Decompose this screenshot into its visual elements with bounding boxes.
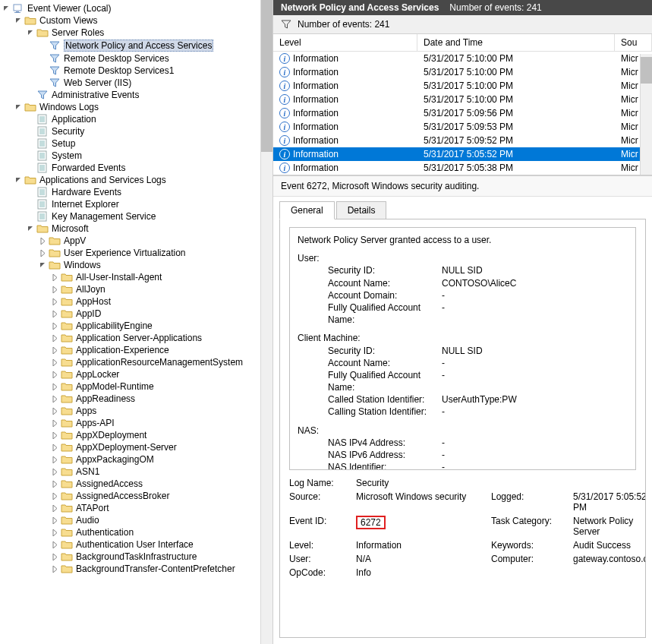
collapse-icon[interactable] <box>2 4 11 13</box>
tree-item[interactable]: Remote Desktop Services1 <box>0 65 272 77</box>
grid-scrollbar[interactable] <box>640 54 652 175</box>
tree-scrollbar[interactable] <box>260 0 272 644</box>
tree-item[interactable]: Applications and Services Logs <box>0 174 272 186</box>
expand-icon[interactable] <box>38 236 47 245</box>
tree-item[interactable]: AppV <box>0 235 272 247</box>
event-row[interactable]: iInformation5/31/2017 5:10:00 PMMicr <box>273 93 652 106</box>
event-row[interactable]: iInformation5/31/2017 5:10:00 PMMicr <box>273 52 652 65</box>
expand-icon[interactable] <box>50 321 59 330</box>
expand-icon[interactable] <box>50 479 59 488</box>
tree-item[interactable]: Apps-API <box>0 417 272 429</box>
expand-icon[interactable] <box>50 297 59 306</box>
tree-item[interactable]: System <box>0 150 272 162</box>
collapse-icon[interactable] <box>38 260 47 270</box>
grid-header[interactable]: Level Date and Time Sou <box>273 34 652 52</box>
tree-item[interactable]: AppLocker <box>0 368 272 380</box>
tree-item[interactable]: Authentication User Interface <box>0 538 272 551</box>
tree-item[interactable]: Authentication <box>0 526 272 538</box>
tree-item[interactable]: BackgroundTaskInfrastructure <box>0 551 272 563</box>
tree-item[interactable]: Event Viewer (Local) <box>0 2 272 14</box>
collapse-icon[interactable] <box>26 224 35 233</box>
tree-item[interactable]: Audio <box>0 514 272 526</box>
expand-icon[interactable] <box>50 370 59 379</box>
tree-item[interactable]: Windows Logs <box>0 101 272 113</box>
tab-general[interactable]: General <box>279 201 335 219</box>
event-row[interactable]: iInformation5/31/2017 5:05:38 PMMicr <box>273 161 652 175</box>
expand-icon[interactable] <box>50 443 59 452</box>
tree-item[interactable]: Administrative Events <box>0 89 272 101</box>
tree-item[interactable]: Setup <box>0 137 272 150</box>
event-row[interactable]: iInformation5/31/2017 5:10:00 PMMicr <box>273 65 652 79</box>
expand-icon[interactable] <box>50 564 59 573</box>
expand-icon[interactable] <box>50 358 59 367</box>
tree-item[interactable]: ASN1 <box>0 466 272 478</box>
tree-item[interactable]: Application-Experience <box>0 344 272 356</box>
tree-item[interactable]: Windows <box>0 259 272 271</box>
event-row[interactable]: iInformation5/31/2017 5:05:52 PMMicr <box>273 147 652 161</box>
expand-icon[interactable] <box>50 418 59 428</box>
tree-item[interactable]: Forwarded Events <box>0 162 272 174</box>
tree-item[interactable]: Network Policy and Access Services <box>0 39 272 52</box>
tree-item[interactable]: Security <box>0 125 272 137</box>
expand-icon[interactable] <box>50 333 59 343</box>
tree-item[interactable]: User Experience Virtualization <box>0 247 272 259</box>
tree-item[interactable]: Apps <box>0 405 272 417</box>
tree-item[interactable]: Application Server-Applications <box>0 332 272 344</box>
event-row[interactable]: iInformation5/31/2017 5:09:53 PMMicr <box>273 120 652 134</box>
tree-item[interactable]: AppReadiness <box>0 393 272 405</box>
tree-item[interactable]: AppXDeployment-Server <box>0 441 272 453</box>
tree-item[interactable]: BackgroundTransfer-ContentPrefetcher <box>0 563 272 575</box>
event-grid[interactable]: Level Date and Time Sou iInformation5/31… <box>273 34 652 175</box>
expand-icon[interactable] <box>50 516 59 525</box>
expand-icon[interactable] <box>50 382 59 391</box>
column-header-level[interactable]: Level <box>273 34 417 51</box>
expand-icon[interactable] <box>50 273 59 282</box>
tree-item[interactable]: ApplicabilityEngine <box>0 320 272 332</box>
navigation-tree[interactable]: Event Viewer (Local)Custom ViewsServer R… <box>0 0 273 644</box>
expand-icon[interactable] <box>50 406 59 415</box>
tree-item[interactable]: Key Management Service <box>0 210 272 223</box>
event-description[interactable]: Network Policy Server granted access to … <box>289 227 636 470</box>
expand-icon[interactable] <box>50 552 59 561</box>
expand-icon[interactable] <box>50 467 59 476</box>
tree-item[interactable]: All-User-Install-Agent <box>0 271 272 283</box>
event-row[interactable]: iInformation5/31/2017 5:09:56 PMMicr <box>273 106 652 120</box>
tree-item[interactable]: Microsoft <box>0 223 272 235</box>
tree-item[interactable]: AssignedAccessBroker <box>0 490 272 502</box>
tree-item[interactable]: Custom Views <box>0 14 272 27</box>
collapse-icon[interactable] <box>14 103 23 112</box>
collapse-icon[interactable] <box>26 28 35 37</box>
tree-item[interactable]: Internet Explorer <box>0 198 272 210</box>
tree-item[interactable]: Web Server (IIS) <box>0 77 272 89</box>
tree-item[interactable]: AppID <box>0 308 272 320</box>
collapse-icon[interactable] <box>14 16 23 25</box>
expand-icon[interactable] <box>50 528 59 537</box>
scrollbar-thumb[interactable] <box>261 0 272 152</box>
expand-icon[interactable] <box>50 285 59 294</box>
tree-item[interactable]: Server Roles <box>0 27 272 39</box>
expand-icon[interactable] <box>50 540 59 549</box>
expand-icon[interactable] <box>50 491 59 500</box>
tree-item[interactable]: Application <box>0 113 272 125</box>
tree-item[interactable]: AppXDeployment <box>0 429 272 441</box>
scrollbar-thumb[interactable] <box>641 57 652 84</box>
expand-icon[interactable] <box>38 248 47 257</box>
expand-icon[interactable] <box>50 455 59 464</box>
tree-item[interactable]: Hardware Events <box>0 186 272 198</box>
expand-icon[interactable] <box>50 394 59 403</box>
tree-item[interactable]: AppModel-Runtime <box>0 380 272 393</box>
column-header-source[interactable]: Sou <box>615 34 652 51</box>
tree-item[interactable]: AppxPackagingOM <box>0 453 272 466</box>
tree-item[interactable]: AppHost <box>0 295 272 308</box>
tree-item[interactable]: ATAPort <box>0 502 272 514</box>
column-header-date[interactable]: Date and Time <box>417 34 615 51</box>
collapse-icon[interactable] <box>14 175 23 185</box>
tab-details[interactable]: Details <box>336 201 387 219</box>
event-row[interactable]: iInformation5/31/2017 5:10:00 PMMicr <box>273 79 652 93</box>
expand-icon[interactable] <box>50 346 59 355</box>
expand-icon[interactable] <box>50 309 59 318</box>
event-row[interactable]: iInformation5/31/2017 5:09:52 PMMicr <box>273 134 652 147</box>
tree-item[interactable]: Remote Desktop Services <box>0 52 272 65</box>
tree-item[interactable]: AssignedAccess <box>0 478 272 490</box>
expand-icon[interactable] <box>50 431 59 440</box>
